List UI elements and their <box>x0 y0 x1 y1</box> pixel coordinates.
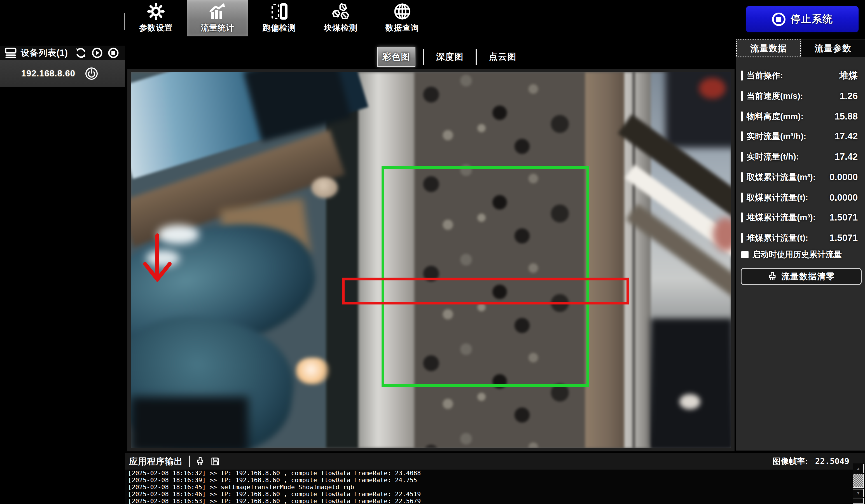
metric-row-take-coal-total-t: 取煤累计流量(t): 0.0000 <box>741 189 860 206</box>
texture-blob <box>311 177 338 198</box>
metric-label: 物料高度(mm): <box>747 111 804 122</box>
log-scrollbar[interactable]: ▲ ▼ <box>853 463 864 504</box>
tab-point-cloud[interactable]: 点云图 <box>484 47 521 66</box>
metric-label: 取煤累计流量(m³): <box>747 172 816 183</box>
row-marker <box>741 172 743 182</box>
log-line: [2025-02-08 18:16:45] >> setImageTransfe… <box>128 483 855 491</box>
row-marker <box>741 192 743 203</box>
metric-label: 实时流量(m³/h): <box>747 131 806 142</box>
toolbar-item-label: 数据查询 <box>385 22 419 34</box>
texture-blob <box>296 358 330 384</box>
photo-belt-right-edge <box>585 72 624 448</box>
metric-label: 取煤累计流量(t): <box>747 192 808 203</box>
brush-icon <box>767 271 777 282</box>
stop-system-button[interactable]: 停止系统 <box>746 6 858 32</box>
metric-label: 堆煤累计流量(t): <box>747 232 808 244</box>
toolbar-item-label: 流量统计 <box>201 22 234 34</box>
globe-icon <box>394 3 411 20</box>
framerate-readout: 图像帧率: 22.5049 <box>773 456 849 467</box>
stop-system-label: 停止系统 <box>791 12 833 26</box>
log-line: [2025-02-08 18:16:46] >> IP: 192.168.8.6… <box>128 491 855 497</box>
reset-flow-label: 流量数据清零 <box>781 271 835 282</box>
log-line: [2025-02-08 18:16:53] >> IP: 192.168.8.6… <box>128 497 855 504</box>
history-flow-checkbox-label: 启动时使用历史累计流量 <box>752 249 842 260</box>
refresh-icon[interactable] <box>75 47 86 58</box>
metric-row-material-height: 物料高度(mm): 15.88 <box>741 108 860 125</box>
metric-row-take-coal-total-m3: 取煤累计流量(m³): 0.0000 <box>741 169 860 185</box>
tab-depth-image[interactable]: 深度图 <box>431 47 468 66</box>
camera-view <box>131 72 731 448</box>
power-icon[interactable] <box>85 67 98 80</box>
row-marker <box>741 233 743 243</box>
row-marker <box>741 152 743 162</box>
flow-direction-arrow <box>140 233 174 291</box>
scroll-up-button[interactable]: ▲ <box>853 464 864 473</box>
output-title: 应用程序输出 <box>129 456 183 467</box>
toolbar-item-deviation-detection[interactable]: 跑偏检测 <box>248 0 310 36</box>
toolbar-item-param-settings[interactable]: 参数设置 <box>125 0 187 36</box>
stop-icon[interactable] <box>108 47 119 58</box>
toolbar-item-flow-statistics[interactable]: 流量统计 <box>187 0 248 36</box>
metric-value: 15.88 <box>834 111 860 122</box>
flow-panel: 流量数据 流量参数 当前操作: 堆煤 当前速度(m/s): 1.26 物料高度(… <box>736 39 865 450</box>
device-list-icon <box>4 47 17 58</box>
device-list-header: 设备列表(1) <box>0 46 125 60</box>
texture-blob <box>651 318 731 448</box>
log-line: [2025-02-08 18:16:32] >> IP: 192.168.8.6… <box>128 470 855 477</box>
toolbar-item-lump-coal-detection[interactable]: 块煤检测 <box>310 0 371 36</box>
scroll-corner-grip[interactable] <box>853 498 864 504</box>
row-marker <box>741 91 743 101</box>
scroll-thumb[interactable] <box>853 474 864 488</box>
toolbar-item-data-query[interactable]: 数据查询 <box>371 0 433 36</box>
metric-value: 0.0000 <box>829 192 860 203</box>
output-bar: 应用程序输出 图像帧率: 22.5049 <box>125 453 865 470</box>
texture-blob <box>679 394 700 409</box>
tab-flow-params[interactable]: 流量参数 <box>801 39 865 57</box>
metric-value: 1.5071 <box>829 233 860 243</box>
gear-icon <box>147 3 165 20</box>
tab-separator <box>476 49 477 65</box>
history-flow-checkbox[interactable] <box>741 251 749 258</box>
texture-blob <box>699 78 726 99</box>
reset-flow-data-button[interactable]: 流量数据清零 <box>741 268 862 285</box>
play-icon[interactable] <box>92 47 103 58</box>
metric-value: 1.26 <box>840 91 860 101</box>
metric-value: 堆煤 <box>839 69 860 82</box>
metric-label: 实时流量(t/h): <box>747 151 799 163</box>
row-marker <box>741 131 743 141</box>
metric-label: 当前操作: <box>747 70 783 81</box>
save-log-icon[interactable] <box>210 456 220 467</box>
metric-value: 17.42 <box>834 151 860 162</box>
flow-panel-body: 当前操作: 堆煤 当前速度(m/s): 1.26 物料高度(mm): 15.88… <box>736 57 865 450</box>
bar-chart-icon <box>208 3 227 20</box>
device-row[interactable]: 192.168.8.60 <box>0 60 125 87</box>
tab-flow-data[interactable]: 流量数据 <box>736 39 801 57</box>
texture-blob <box>131 397 248 448</box>
log-output: [2025-02-08 18:16:32] >> IP: 192.168.8.6… <box>125 470 855 504</box>
framerate-label: 图像帧率: <box>773 456 808 467</box>
row-marker <box>741 212 743 222</box>
toolbar-item-label: 跑偏检测 <box>262 22 296 34</box>
metric-row-pile-coal-total-m3: 堆煤累计流量(m³): 1.5071 <box>741 209 860 225</box>
history-flow-checkbox-row[interactable]: 启动时使用历史累计流量 <box>741 248 860 262</box>
stop-circle-icon <box>772 12 786 26</box>
output-separator <box>189 456 190 467</box>
clear-log-brush-icon[interactable] <box>195 456 205 467</box>
app-window: 参数设置 流量统计 跑偏检测 <box>0 0 865 504</box>
tab-color-image[interactable]: 彩色图 <box>377 47 415 67</box>
row-marker <box>741 112 743 121</box>
camera-view-frame <box>127 69 735 452</box>
metric-row-realtime-flow-t: 实时流量(t/h): 17.42 <box>741 149 860 165</box>
metric-value: 17.42 <box>834 131 860 142</box>
flow-panel-tabs: 流量数据 流量参数 <box>736 39 865 57</box>
measure-band-red <box>342 278 629 304</box>
device-ip: 192.168.8.60 <box>21 69 75 79</box>
view-tabs: 彩色图 深度图 点云图 <box>377 46 521 67</box>
metric-value: 1.5071 <box>829 212 860 223</box>
scroll-down-button[interactable]: ▼ <box>853 489 864 497</box>
main-toolbar: 参数设置 流量统计 跑偏检测 <box>125 0 433 36</box>
toolbar-divider <box>124 13 125 30</box>
metric-label: 堆煤累计流量(m³): <box>747 212 816 223</box>
toolbar-item-label: 块煤检测 <box>324 22 357 34</box>
metric-value: 0.0000 <box>829 172 860 183</box>
